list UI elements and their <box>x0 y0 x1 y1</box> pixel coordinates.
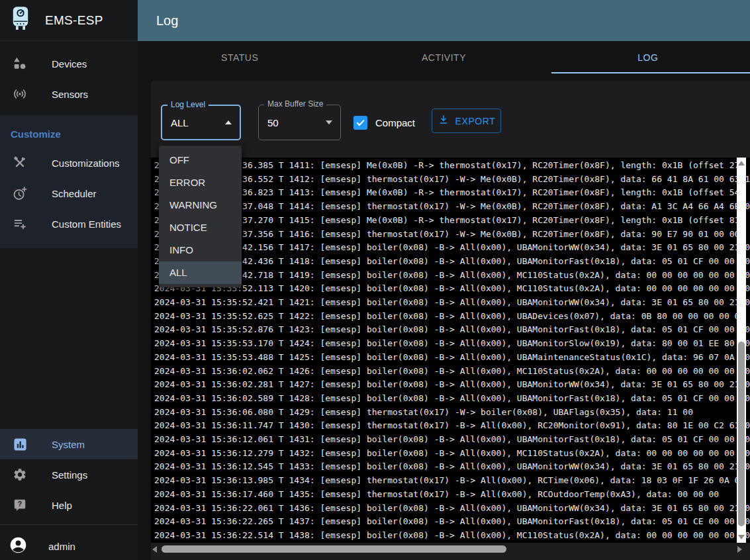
log-level-select[interactable]: Log Level ALL <box>161 105 241 140</box>
scroll-down-arrow-icon[interactable] <box>738 535 745 539</box>
max-buffer-size-select[interactable]: Max Buffer Size 50 <box>258 105 341 140</box>
log-level-option[interactable]: OFF <box>159 149 242 171</box>
log-level-option[interactable]: NOTICE <box>159 216 242 239</box>
tab-status[interactable]: STATUS <box>138 41 342 73</box>
brand-header: EMS-ESP <box>0 0 138 41</box>
log-level-label: Log Level <box>167 100 209 109</box>
sidebar-item-devices[interactable]: Devices <box>0 48 138 79</box>
log-line: 2024-03-31 15:35:42.718 T 1419: [emsesp]… <box>154 269 750 283</box>
account-icon <box>9 536 27 557</box>
ems-esp-app: EMS-ESP Devices <box>0 0 750 560</box>
check-icon <box>355 118 365 128</box>
compact-checkbox[interactable] <box>353 116 367 130</box>
log-line: 2024-03-31 15:35:36.823 T 1413: [emsesp]… <box>154 186 750 200</box>
log-line: 2024-03-31 15:35:52.421 T 1421: [emsesp]… <box>154 296 750 310</box>
sidebar-item-system[interactable]: System <box>0 429 138 459</box>
log-line: 2024-03-31 15:35:37.048 T 1414: [emsesp]… <box>154 200 750 214</box>
chevron-up-icon <box>225 120 232 124</box>
log-line: 2024-03-31 15:36:11.747 T 1430: [emsesp]… <box>154 419 750 433</box>
log-line: 2024-03-31 15:35:42.156 T 1417: [emsesp]… <box>154 241 750 255</box>
export-label: EXPORT <box>455 116 496 126</box>
svg-text:?: ? <box>18 500 22 508</box>
tab-log[interactable]: LOG <box>546 41 750 73</box>
tab-indicator <box>551 72 750 73</box>
appbar: Log <box>138 0 750 41</box>
log-line: 2024-03-31 15:36:17.460 T 1435: [emsesp]… <box>154 488 750 502</box>
customize-section: Customize Customizations <box>0 115 138 248</box>
vertical-scrollbar[interactable] <box>737 158 746 543</box>
sidebar-item-customizations[interactable]: Customizations <box>0 148 138 178</box>
log-line: 2024-03-31 15:36:22.265 T 1437: [emsesp]… <box>154 515 750 529</box>
scroll-right-arrow-icon[interactable] <box>737 546 742 553</box>
log-level-option[interactable]: ALL <box>159 261 242 284</box>
sidebar-item-custom-entities[interactable]: Custom Entities <box>0 209 138 239</box>
list-plus-icon <box>12 216 28 232</box>
sidebar-item-label: Settings <box>52 469 87 481</box>
brand-title: EMS-ESP <box>45 13 103 28</box>
log-line: 2024-03-31 15:36:22.514 T 1438: [emsesp]… <box>154 529 750 543</box>
sidebar-item-label: Customizations <box>52 158 120 169</box>
max-buffer-size-label: Max Buffer Size <box>264 99 326 109</box>
max-buffer-size-value: 50 <box>267 117 279 128</box>
gear-icon <box>12 467 28 483</box>
tools-icon <box>12 155 28 171</box>
log-line: 2024-03-31 15:36:12.545 T 1433: [emsesp]… <box>154 460 750 474</box>
customize-section-title: Customize <box>0 122 138 148</box>
system-chart-icon <box>12 436 28 452</box>
clock-plus-icon <box>12 185 28 201</box>
tab-activity[interactable]: ACTIVITY <box>342 41 545 73</box>
chevron-down-icon <box>326 120 332 124</box>
scroll-left-arrow-icon[interactable] <box>152 546 157 553</box>
log-line: 2024-03-31 15:36:13.985 T 1434: [emsesp]… <box>154 474 750 488</box>
tab-bar: STATUS ACTIVITY LOG <box>138 41 750 73</box>
devices-icon <box>12 56 28 71</box>
download-icon <box>438 114 449 128</box>
horizontal-scrollbar[interactable] <box>151 544 750 555</box>
sidebar-item-settings[interactable]: Settings <box>0 459 138 490</box>
boiler-logo-icon <box>11 6 30 35</box>
page-title: Log <box>156 13 178 28</box>
user-label: admin <box>48 541 75 552</box>
export-button[interactable]: EXPORT <box>432 109 501 133</box>
log-line: 2024-03-31 15:35:36.552 T 1412: [emsesp]… <box>154 173 750 187</box>
log-line: 2024-03-31 15:36:22.061 T 1436: [emsesp]… <box>154 502 750 516</box>
sidebar-divider <box>0 524 138 525</box>
help-icon: ? <box>12 497 28 513</box>
log-level-option[interactable]: ERROR <box>159 171 242 194</box>
log-line: 2024-03-31 15:36:12.061 T 1431: [emsesp]… <box>154 433 750 447</box>
sidebar-item-label: System <box>52 439 85 450</box>
log-line: 2024-03-31 15:36:02.062 T 1426: [emsesp]… <box>154 365 750 379</box>
log-line: 2024-03-31 15:35:42.436 T 1418: [emsesp]… <box>154 255 750 269</box>
log-line: 2024-03-31 15:35:37.270 T 1415: [emsesp]… <box>154 214 750 228</box>
sidebar-item-help[interactable]: ? Help <box>0 490 138 520</box>
sidebar-item-label: Help <box>52 500 72 511</box>
sidebar-item-label: Custom Entities <box>52 218 121 230</box>
sidebar-item-label: Devices <box>52 58 87 70</box>
log-line: 2024-03-31 15:35:53.170 T 1424: [emsesp]… <box>154 337 750 351</box>
log-line: 2024-03-31 15:35:36.385 T 1411: [emsesp]… <box>154 159 750 173</box>
vertical-scrollbar-thumb[interactable] <box>738 342 745 526</box>
scroll-up-arrow-icon[interactable] <box>738 161 745 165</box>
sidebar-item-scheduler[interactable]: Scheduler <box>0 178 138 209</box>
user-menu[interactable]: admin <box>0 532 138 560</box>
sidebar: EMS-ESP Devices <box>0 0 138 560</box>
sidebar-item-label: Sensors <box>52 89 88 100</box>
sidebar-item-label: Scheduler <box>52 188 97 199</box>
log-level-option[interactable]: WARNING <box>159 194 242 216</box>
log-line: 2024-03-31 15:36:12.279 T 1432: [emsesp]… <box>154 447 750 461</box>
compact-label: Compact <box>375 117 415 128</box>
log-line: 2024-03-31 15:35:52.876 T 1423: [emsesp]… <box>154 323 750 337</box>
log-line: 2024-03-31 15:36:06.080 T 1429: [emsesp]… <box>154 406 750 420</box>
log-line: 2024-03-31 15:36:02.589 T 1428: [emsesp]… <box>154 392 750 406</box>
log-line: 2024-03-31 15:35:52.113 T 1420: [emsesp]… <box>154 282 750 296</box>
sidebar-item-sensors[interactable]: Sensors <box>0 79 138 109</box>
log-line: 2024-03-31 15:36:02.281 T 1427: [emsesp]… <box>154 378 750 392</box>
sensors-icon <box>12 86 28 102</box>
log-level-value: ALL <box>171 117 189 128</box>
log-line: 2024-03-31 15:35:52.625 T 1422: [emsesp]… <box>154 310 750 324</box>
log-line: 2024-03-31 15:35:37.356 T 1416: [emsesp]… <box>154 228 750 242</box>
horizontal-scrollbar-thumb[interactable] <box>162 545 506 553</box>
log-level-option[interactable]: INFO <box>159 239 242 261</box>
log-level-menu: OFFERRORWARNINGNOTICEINFOALL <box>159 146 242 287</box>
log-line: 2024-03-31 15:35:53.488 T 1425: [emsesp]… <box>154 351 750 365</box>
